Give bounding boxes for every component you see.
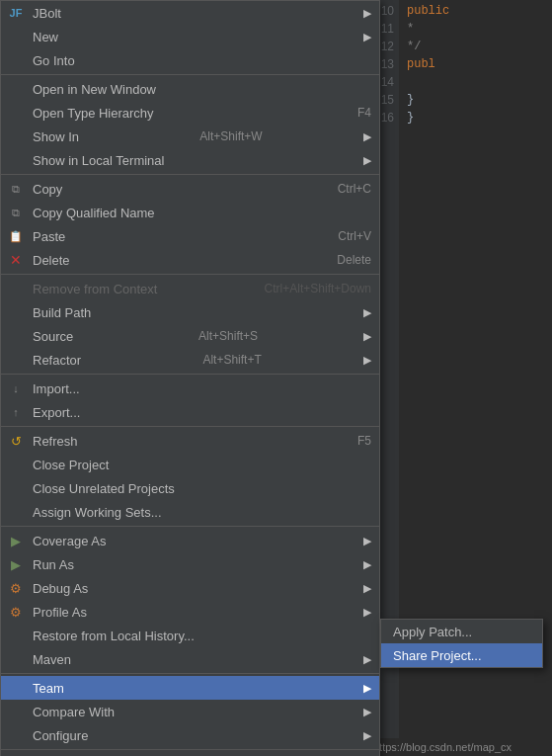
menu-item-open-type-hierarchy[interactable]: Open Type Hierarchy F4 <box>1 101 379 125</box>
compare-with-arrow: ▶ <box>354 706 371 718</box>
show-local-terminal-arrow: ▶ <box>354 154 371 167</box>
team-label: Team <box>33 681 64 696</box>
menu-item-coverage-as[interactable]: ▶ Coverage As ▶ <box>1 529 379 552</box>
separator-5 <box>1 426 379 427</box>
delete-shortcut: Delete <box>307 253 371 267</box>
menu-item-maven[interactable]: Maven ▶ <box>1 647 379 671</box>
refactor-arrow: ▶ <box>354 354 371 367</box>
code-line-13: publ <box>399 55 552 73</box>
menu-item-close-unrelated[interactable]: Close Unrelated Projects <box>1 476 379 500</box>
copy-qualified-icon: ⧉ <box>7 204 25 221</box>
menu-item-paste[interactable]: 📋 Paste Ctrl+V <box>1 224 379 248</box>
open-type-hierarchy-label: Open Type Hierarchy <box>33 106 154 121</box>
remove-context-icon <box>7 280 25 297</box>
menu-item-build-path[interactable]: Build Path ▶ <box>1 300 379 324</box>
separator-7 <box>1 673 379 674</box>
copy-qualified-label: Copy Qualified Name <box>33 206 155 220</box>
menu-item-refactor[interactable]: Refactor Alt+Shift+T ▶ <box>1 348 379 372</box>
menu-item-go-into[interactable]: Go Into <box>1 48 379 72</box>
menu-item-new[interactable]: New ▶ <box>1 25 379 48</box>
close-unrelated-label: Close Unrelated Projects <box>33 481 175 496</box>
team-submenu: Apply Patch... Share Project... <box>380 619 543 668</box>
source-arrow: ▶ <box>354 330 371 343</box>
menu-item-show-local-terminal[interactable]: Show in Local Terminal ▶ <box>1 148 379 172</box>
maven-label: Maven <box>33 652 71 667</box>
profile-as-arrow: ▶ <box>354 606 371 619</box>
show-in-label: Show In <box>33 129 79 144</box>
separator-4 <box>1 374 379 375</box>
menu-item-validate[interactable]: ✓ Validate <box>1 752 379 756</box>
paste-shortcut: Ctrl+V <box>308 229 371 243</box>
refresh-shortcut: F5 <box>328 434 371 448</box>
menu-item-restore-local[interactable]: Restore from Local History... <box>1 624 379 647</box>
code-line-15: } <box>399 91 552 109</box>
menu-item-debug-as[interactable]: ⚙ Debug As ▶ <box>1 576 379 600</box>
menu-item-run-as[interactable]: ▶ Run As ▶ <box>1 552 379 576</box>
show-in-shortcut: Alt+Shift+W <box>170 129 262 143</box>
source-label: Source <box>33 329 73 344</box>
submenu-item-share-project[interactable]: Share Project... <box>381 643 542 667</box>
coverage-as-arrow: ▶ <box>354 535 371 547</box>
source-shortcut: Alt+Shift+S <box>169 329 258 343</box>
code-line-14 <box>399 73 552 91</box>
submenu-item-apply-patch[interactable]: Apply Patch... <box>381 620 542 643</box>
debug-icon: ⚙ <box>7 579 25 597</box>
separator-3 <box>1 274 379 275</box>
menu-item-copy-qualified[interactable]: ⧉ Copy Qualified Name <box>1 201 379 224</box>
build-path-label: Build Path <box>33 305 91 320</box>
coverage-icon: ▶ <box>7 532 25 549</box>
profile-as-label: Profile As <box>33 605 87 620</box>
paste-icon: 📋 <box>7 227 25 245</box>
jf-icon: JF <box>7 4 25 22</box>
run-as-label: Run As <box>33 557 74 572</box>
copy-shortcut: Ctrl+C <box>308 182 371 196</box>
go-into-label: Go Into <box>33 53 75 68</box>
menu-item-remove-context[interactable]: Remove from Context Ctrl+Alt+Shift+Down <box>1 277 379 300</box>
menu-item-delete[interactable]: ✕ Delete Delete <box>1 248 379 272</box>
code-line-11: * <box>399 20 552 38</box>
run-icon: ▶ <box>7 555 25 573</box>
menu-item-compare-with[interactable]: Compare With ▶ <box>1 700 379 723</box>
url-text: https://blog.csdn.net/map_cx <box>373 741 512 753</box>
copy-label: Copy <box>33 182 62 197</box>
separator-1 <box>1 74 379 75</box>
maven-arrow: ▶ <box>354 653 371 666</box>
apply-patch-label: Apply Patch... <box>393 625 472 639</box>
remove-context-shortcut: Ctrl+Alt+Shift+Down <box>235 282 371 295</box>
refresh-label: Refresh <box>33 434 78 449</box>
menu-item-profile-as[interactable]: ⚙ Profile As ▶ <box>1 600 379 624</box>
coverage-as-label: Coverage As <box>33 534 106 548</box>
restore-local-label: Restore from Local History... <box>33 629 195 643</box>
share-project-label: Share Project... <box>393 648 482 663</box>
menu-item-refresh[interactable]: ↺ Refresh F5 <box>1 429 379 453</box>
menu-item-source[interactable]: Source Alt+Shift+S ▶ <box>1 324 379 348</box>
code-line-16: } <box>399 109 552 126</box>
configure-arrow: ▶ <box>354 729 371 742</box>
menu-item-close-project[interactable]: Close Project <box>1 453 379 476</box>
import-label: Import... <box>33 381 80 396</box>
paste-label: Paste <box>33 229 65 244</box>
run-as-arrow: ▶ <box>354 558 371 571</box>
debug-as-label: Debug As <box>33 581 88 596</box>
open-new-window-label: Open in New Window <box>33 82 156 97</box>
menu-item-open-new-window[interactable]: Open in New Window <box>1 77 379 101</box>
build-path-arrow: ▶ <box>354 306 371 319</box>
menu-item-configure[interactable]: Configure ▶ <box>1 723 379 747</box>
menu-item-import[interactable]: ↓ Import... <box>1 377 379 400</box>
delete-label: Delete <box>33 253 70 268</box>
assign-working-sets-label: Assign Working Sets... <box>33 505 162 520</box>
menu-item-export[interactable]: ↑ Export... <box>1 400 379 424</box>
context-menu: JF JBolt ▶ New ▶ Go Into Open in New Win… <box>0 0 380 756</box>
new-label: New <box>33 30 58 44</box>
menu-item-show-in[interactable]: Show In Alt+Shift+W ▶ <box>1 125 379 148</box>
remove-context-label: Remove from Context <box>33 282 157 296</box>
refresh-icon: ↺ <box>7 432 25 450</box>
menu-item-assign-working-sets[interactable]: Assign Working Sets... <box>1 500 379 524</box>
menu-item-copy[interactable]: ⧉ Copy Ctrl+C <box>1 177 379 201</box>
open-type-hierarchy-shortcut: F4 <box>328 106 371 120</box>
menu-item-jbolt[interactable]: JF JBolt ▶ <box>1 1 379 25</box>
code-line-10: public <box>399 2 552 20</box>
new-arrow: ▶ <box>354 31 371 43</box>
debug-as-arrow: ▶ <box>354 582 371 595</box>
menu-item-team[interactable]: Team ▶ <box>1 676 379 700</box>
